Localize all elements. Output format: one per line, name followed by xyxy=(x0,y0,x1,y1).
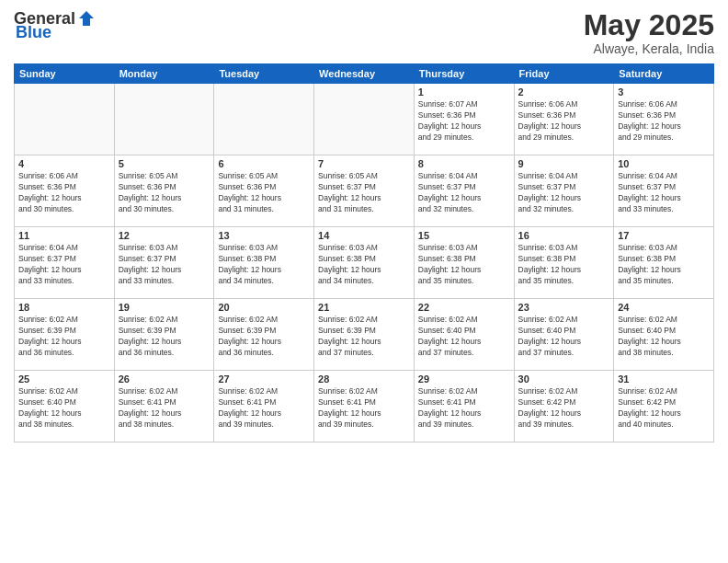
calendar-cell: 31Sunrise: 6:02 AM Sunset: 6:42 PM Dayli… xyxy=(614,371,714,442)
col-friday: Friday xyxy=(514,64,614,84)
calendar-cell: 16Sunrise: 6:03 AM Sunset: 6:38 PM Dayli… xyxy=(514,227,614,299)
calendar-week-4: 25Sunrise: 6:02 AM Sunset: 6:40 PM Dayli… xyxy=(15,371,714,442)
calendar-week-2: 11Sunrise: 6:04 AM Sunset: 6:37 PM Dayli… xyxy=(15,227,714,299)
calendar-cell: 22Sunrise: 6:02 AM Sunset: 6:40 PM Dayli… xyxy=(414,299,514,371)
calendar-cell: 23Sunrise: 6:02 AM Sunset: 6:40 PM Dayli… xyxy=(514,299,614,371)
day-info: Sunrise: 6:03 AM Sunset: 6:38 PM Dayligh… xyxy=(318,243,410,287)
calendar-cell: 26Sunrise: 6:02 AM Sunset: 6:41 PM Dayli… xyxy=(114,371,214,442)
calendar-cell: 24Sunrise: 6:02 AM Sunset: 6:40 PM Dayli… xyxy=(614,299,714,371)
calendar-cell: 28Sunrise: 6:02 AM Sunset: 6:41 PM Dayli… xyxy=(314,371,415,442)
day-number: 8 xyxy=(418,158,510,169)
calendar-cell: 27Sunrise: 6:02 AM Sunset: 6:41 PM Dayli… xyxy=(214,371,314,442)
day-info: Sunrise: 6:05 AM Sunset: 6:37 PM Dayligh… xyxy=(318,171,410,215)
day-number: 6 xyxy=(218,158,310,169)
calendar-cell: 11Sunrise: 6:04 AM Sunset: 6:37 PM Dayli… xyxy=(15,227,115,299)
day-number: 30 xyxy=(518,373,610,385)
day-info: Sunrise: 6:03 AM Sunset: 6:37 PM Dayligh… xyxy=(119,243,210,287)
calendar-cell: 8Sunrise: 6:04 AM Sunset: 6:37 PM Daylig… xyxy=(414,155,514,227)
day-number: 18 xyxy=(18,302,110,313)
location: Alwaye, Kerala, India xyxy=(584,41,714,56)
day-info: Sunrise: 6:06 AM Sunset: 6:36 PM Dayligh… xyxy=(18,171,110,215)
calendar-week-3: 18Sunrise: 6:02 AM Sunset: 6:39 PM Dayli… xyxy=(15,299,714,371)
calendar-cell: 9Sunrise: 6:04 AM Sunset: 6:37 PM Daylig… xyxy=(514,155,614,227)
day-number: 15 xyxy=(418,230,510,241)
day-info: Sunrise: 6:02 AM Sunset: 6:39 PM Dayligh… xyxy=(18,315,110,359)
day-info: Sunrise: 6:02 AM Sunset: 6:41 PM Dayligh… xyxy=(418,386,510,431)
day-number: 4 xyxy=(18,158,110,169)
day-info: Sunrise: 6:04 AM Sunset: 6:37 PM Dayligh… xyxy=(418,171,510,215)
calendar-table: Sunday Monday Tuesday Wednesday Thursday… xyxy=(14,63,714,442)
day-info: Sunrise: 6:02 AM Sunset: 6:39 PM Dayligh… xyxy=(218,315,310,359)
logo-icon xyxy=(77,9,96,28)
calendar-cell: 4Sunrise: 6:06 AM Sunset: 6:36 PM Daylig… xyxy=(15,155,115,227)
col-wednesday: Wednesday xyxy=(314,64,415,84)
day-number: 3 xyxy=(618,86,710,98)
day-info: Sunrise: 6:02 AM Sunset: 6:42 PM Dayligh… xyxy=(518,386,610,431)
col-saturday: Saturday xyxy=(614,64,714,84)
day-number: 20 xyxy=(218,302,310,313)
month-title: May 2025 xyxy=(584,9,714,41)
day-number: 9 xyxy=(518,158,610,169)
day-number: 21 xyxy=(318,302,410,313)
day-info: Sunrise: 6:02 AM Sunset: 6:40 PM Dayligh… xyxy=(518,315,610,359)
day-info: Sunrise: 6:05 AM Sunset: 6:36 PM Dayligh… xyxy=(119,171,210,215)
calendar-header-row: Sunday Monday Tuesday Wednesday Thursday… xyxy=(15,64,714,84)
calendar-cell: 3Sunrise: 6:06 AM Sunset: 6:36 PM Daylig… xyxy=(614,84,714,155)
day-number: 22 xyxy=(418,302,510,313)
calendar-cell: 29Sunrise: 6:02 AM Sunset: 6:41 PM Dayli… xyxy=(414,371,514,442)
day-number: 7 xyxy=(318,158,410,169)
day-info: Sunrise: 6:03 AM Sunset: 6:38 PM Dayligh… xyxy=(518,243,610,287)
day-number: 25 xyxy=(18,373,110,385)
day-number: 26 xyxy=(119,373,210,385)
day-info: Sunrise: 6:03 AM Sunset: 6:38 PM Dayligh… xyxy=(418,243,510,287)
day-info: Sunrise: 6:02 AM Sunset: 6:40 PM Dayligh… xyxy=(618,315,710,359)
col-tuesday: Tuesday xyxy=(214,64,314,84)
calendar-cell xyxy=(114,84,214,155)
calendar-cell: 2Sunrise: 6:06 AM Sunset: 6:36 PM Daylig… xyxy=(514,84,614,155)
col-thursday: Thursday xyxy=(414,64,514,84)
calendar-cell: 10Sunrise: 6:04 AM Sunset: 6:37 PM Dayli… xyxy=(614,155,714,227)
day-info: Sunrise: 6:02 AM Sunset: 6:42 PM Dayligh… xyxy=(618,386,710,431)
calendar-cell xyxy=(15,84,115,155)
day-number: 29 xyxy=(418,373,510,385)
day-number: 11 xyxy=(18,230,110,241)
calendar-cell: 30Sunrise: 6:02 AM Sunset: 6:42 PM Dayli… xyxy=(514,371,614,442)
calendar-cell: 25Sunrise: 6:02 AM Sunset: 6:40 PM Dayli… xyxy=(15,371,115,442)
day-info: Sunrise: 6:02 AM Sunset: 6:39 PM Dayligh… xyxy=(119,315,210,359)
day-info: Sunrise: 6:02 AM Sunset: 6:40 PM Dayligh… xyxy=(418,315,510,359)
day-number: 14 xyxy=(318,230,410,241)
day-number: 16 xyxy=(518,230,610,241)
calendar-cell: 5Sunrise: 6:05 AM Sunset: 6:36 PM Daylig… xyxy=(114,155,214,227)
calendar-week-1: 4Sunrise: 6:06 AM Sunset: 6:36 PM Daylig… xyxy=(15,155,714,227)
day-info: Sunrise: 6:04 AM Sunset: 6:37 PM Dayligh… xyxy=(18,243,110,287)
calendar-cell: 15Sunrise: 6:03 AM Sunset: 6:38 PM Dayli… xyxy=(414,227,514,299)
day-number: 2 xyxy=(518,86,610,98)
calendar-cell: 6Sunrise: 6:05 AM Sunset: 6:36 PM Daylig… xyxy=(214,155,314,227)
calendar-cell: 21Sunrise: 6:02 AM Sunset: 6:39 PM Dayli… xyxy=(314,299,415,371)
col-monday: Monday xyxy=(114,64,214,84)
logo: General Blue xyxy=(14,9,96,42)
day-number: 23 xyxy=(518,302,610,313)
day-info: Sunrise: 6:02 AM Sunset: 6:40 PM Dayligh… xyxy=(18,386,110,431)
day-info: Sunrise: 6:02 AM Sunset: 6:41 PM Dayligh… xyxy=(119,386,210,431)
calendar-cell: 18Sunrise: 6:02 AM Sunset: 6:39 PM Dayli… xyxy=(15,299,115,371)
day-info: Sunrise: 6:03 AM Sunset: 6:38 PM Dayligh… xyxy=(218,243,310,287)
day-number: 1 xyxy=(418,86,510,98)
day-info: Sunrise: 6:04 AM Sunset: 6:37 PM Dayligh… xyxy=(618,171,710,215)
calendar-cell: 17Sunrise: 6:03 AM Sunset: 6:38 PM Dayli… xyxy=(614,227,714,299)
day-number: 28 xyxy=(318,373,410,385)
calendar-cell: 13Sunrise: 6:03 AM Sunset: 6:38 PM Dayli… xyxy=(214,227,314,299)
day-info: Sunrise: 6:05 AM Sunset: 6:36 PM Dayligh… xyxy=(218,171,310,215)
day-number: 31 xyxy=(618,373,710,385)
day-info: Sunrise: 6:03 AM Sunset: 6:38 PM Dayligh… xyxy=(618,243,710,287)
day-number: 17 xyxy=(618,230,710,241)
header: General Blue May 2025 Alwaye, Kerala, In… xyxy=(14,9,714,56)
logo-blue: Blue xyxy=(16,23,51,42)
day-number: 5 xyxy=(119,158,210,169)
day-info: Sunrise: 6:02 AM Sunset: 6:41 PM Dayligh… xyxy=(218,386,310,431)
calendar-cell xyxy=(314,84,415,155)
day-number: 13 xyxy=(218,230,310,241)
day-info: Sunrise: 6:04 AM Sunset: 6:37 PM Dayligh… xyxy=(518,171,610,215)
calendar-week-0: 1Sunrise: 6:07 AM Sunset: 6:36 PM Daylig… xyxy=(15,84,714,155)
day-info: Sunrise: 6:06 AM Sunset: 6:36 PM Dayligh… xyxy=(618,99,710,144)
